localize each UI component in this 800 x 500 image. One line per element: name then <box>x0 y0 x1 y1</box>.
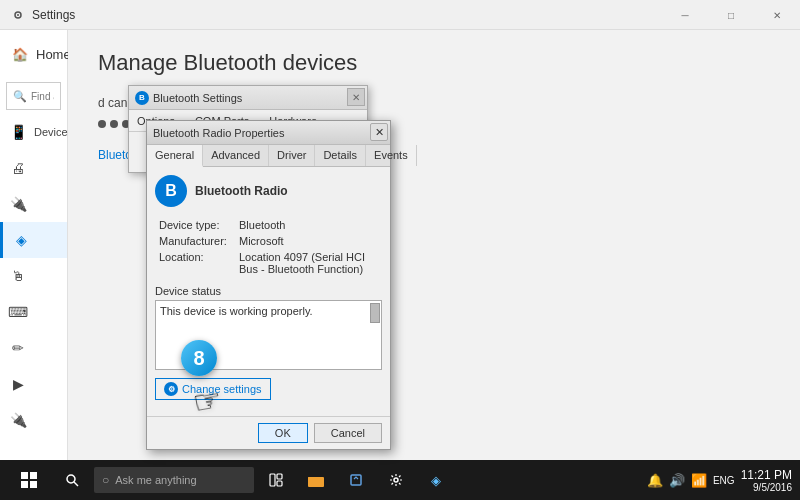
start-button[interactable] <box>8 462 50 498</box>
sidebar-item-typing[interactable]: ⌨ <box>0 294 67 330</box>
bluetooth-icon: ◈ <box>11 232 31 248</box>
page-title: Manage Bluetooth devices <box>98 50 770 76</box>
svg-rect-5 <box>30 481 37 488</box>
search-icon: 🔍 <box>13 90 27 103</box>
task-view-button[interactable] <box>258 462 294 498</box>
pen-icon: ✏ <box>8 340 28 356</box>
tab-details[interactable]: Details <box>315 145 366 166</box>
taskbar-clock[interactable]: 11:21 PM 9/5/2016 <box>741 468 792 493</box>
svg-point-6 <box>67 475 75 483</box>
bluetooth-taskbar-btn[interactable]: ◈ <box>418 462 454 498</box>
svg-rect-8 <box>270 474 275 486</box>
home-label: Home <box>36 47 71 62</box>
svg-rect-12 <box>308 477 315 480</box>
taskbar-search-box[interactable]: ○ Ask me anything <box>94 467 254 493</box>
step-8-badge: 8 <box>181 340 217 376</box>
prop-label-loc: Location: <box>155 249 235 277</box>
dialog-footer: OK Cancel <box>147 416 390 449</box>
title-bar: Settings ─ □ ✕ <box>0 0 800 30</box>
main-layout: 🏠 Home 🔍 📱 Devices 🖨 🔌 ◈ 🖱 ⌨ ✏ <box>0 30 800 460</box>
device-status-text: This device is working properly. <box>160 305 313 317</box>
window-controls: ─ □ ✕ <box>662 0 800 30</box>
maximize-button[interactable]: □ <box>708 0 754 30</box>
notification-icon[interactable]: 🔔 <box>647 473 663 488</box>
usb-icon: 🔌 <box>8 412 28 428</box>
dot-1 <box>98 120 106 128</box>
table-row: Manufacturer: Microsoft <box>155 233 382 249</box>
svg-rect-10 <box>277 481 282 486</box>
device-name: Bluetooth Radio <box>195 184 288 198</box>
file-explorer-button[interactable] <box>298 462 334 498</box>
svg-rect-3 <box>30 472 37 479</box>
table-row: Location: Location 4097 (Serial HCI Bus … <box>155 249 382 277</box>
date-display: 9/5/2016 <box>741 482 792 493</box>
search-text: Ask me anything <box>115 474 196 486</box>
radio-content: B Bluetooth Radio Device type: Bluetooth… <box>147 167 390 416</box>
time-display: 11:21 PM <box>741 468 792 482</box>
sidebar-item-autoplay[interactable]: ▶ <box>0 366 67 402</box>
svg-point-1 <box>17 14 19 16</box>
property-grid: Device type: Bluetooth Manufacturer: Mic… <box>155 217 382 277</box>
radio-title-bar: Bluetooth Radio Properties ✕ <box>147 121 390 145</box>
home-icon: 🏠 <box>12 47 28 62</box>
app-title: Settings <box>32 8 75 22</box>
sidebar-item-devices[interactable]: 📱 Devices <box>0 114 67 150</box>
printers-icon: 🖨 <box>8 160 28 176</box>
sidebar-item-pen[interactable]: ✏ <box>0 330 67 366</box>
devices-icon: 📱 <box>8 124 28 140</box>
prop-label-type: Device type: <box>155 217 235 233</box>
sidebar-item-usb[interactable]: 🔌 <box>0 402 67 438</box>
bt-settings-icon: B <box>135 91 149 105</box>
svg-rect-4 <box>21 481 28 488</box>
bt-large-icon: B <box>155 175 187 207</box>
close-button[interactable]: ✕ <box>754 0 800 30</box>
bt-settings-close[interactable]: ✕ <box>347 88 365 106</box>
prop-value-type: Bluetooth <box>235 217 382 233</box>
typing-icon: ⌨ <box>8 304 28 320</box>
svg-point-14 <box>394 478 398 482</box>
scrollbar-thumb[interactable] <box>370 303 380 323</box>
tab-advanced[interactable]: Advanced <box>203 145 269 166</box>
connected-icon: 🔌 <box>8 196 28 212</box>
svg-rect-2 <box>21 472 28 479</box>
radio-close-button[interactable]: ✕ <box>370 123 388 141</box>
prop-value-mfr: Microsoft <box>235 233 382 249</box>
mouse-icon: 🖱 <box>8 268 28 284</box>
sidebar-item-printers[interactable]: 🖨 <box>0 150 67 186</box>
tab-general[interactable]: General <box>147 145 203 167</box>
settings-taskbar-btn[interactable] <box>378 462 414 498</box>
device-header: B Bluetooth Radio <box>155 175 382 207</box>
sidebar-item-connected[interactable]: 🔌 <box>0 186 67 222</box>
network-icon[interactable]: 📶 <box>691 473 707 488</box>
sidebar-item-home[interactable]: 🏠 Home <box>0 30 67 78</box>
prop-label-mfr: Manufacturer: <box>155 233 235 249</box>
tab-events[interactable]: Events <box>366 145 417 166</box>
minimize-button[interactable]: ─ <box>662 0 708 30</box>
bt-settings-title: Bluetooth Settings <box>153 92 242 104</box>
store-button[interactable] <box>338 462 374 498</box>
cortana-icon: ○ <box>102 473 109 487</box>
dot-2 <box>110 120 118 128</box>
search-taskbar-btn[interactable] <box>54 462 90 498</box>
search-input[interactable] <box>31 91 54 102</box>
cancel-button[interactable]: Cancel <box>314 423 382 443</box>
device-status-label: Device status <box>155 285 382 297</box>
radio-props-title: Bluetooth Radio Properties <box>153 127 284 139</box>
change-settings-icon: ⚙ <box>164 382 178 396</box>
autoplay-icon: ▶ <box>8 376 28 392</box>
svg-rect-9 <box>277 474 282 479</box>
sidebar-item-mouse[interactable]: 🖱 <box>0 258 67 294</box>
svg-line-7 <box>74 482 78 486</box>
sidebar-item-bluetooth[interactable]: ◈ <box>0 222 67 258</box>
sidebar: 🏠 Home 🔍 📱 Devices 🖨 🔌 ◈ 🖱 ⌨ ✏ <box>0 30 68 460</box>
tab-driver[interactable]: Driver <box>269 145 315 166</box>
table-row: Device type: Bluetooth <box>155 217 382 233</box>
tab-bar: General Advanced Driver Details Events <box>147 145 390 167</box>
volume-icon[interactable]: 🔊 <box>669 473 685 488</box>
taskbar: ○ Ask me anything ◈ 🔔 🔊 📶 ENG 1 <box>0 460 800 500</box>
lang-text: ENG <box>713 475 735 486</box>
prop-value-loc: Location 4097 (Serial HCI Bus - Bluetoot… <box>235 249 382 277</box>
radio-properties-dialog: Bluetooth Radio Properties ✕ General Adv… <box>146 120 391 450</box>
ok-button[interactable]: OK <box>258 423 308 443</box>
sidebar-search[interactable]: 🔍 <box>6 82 61 110</box>
